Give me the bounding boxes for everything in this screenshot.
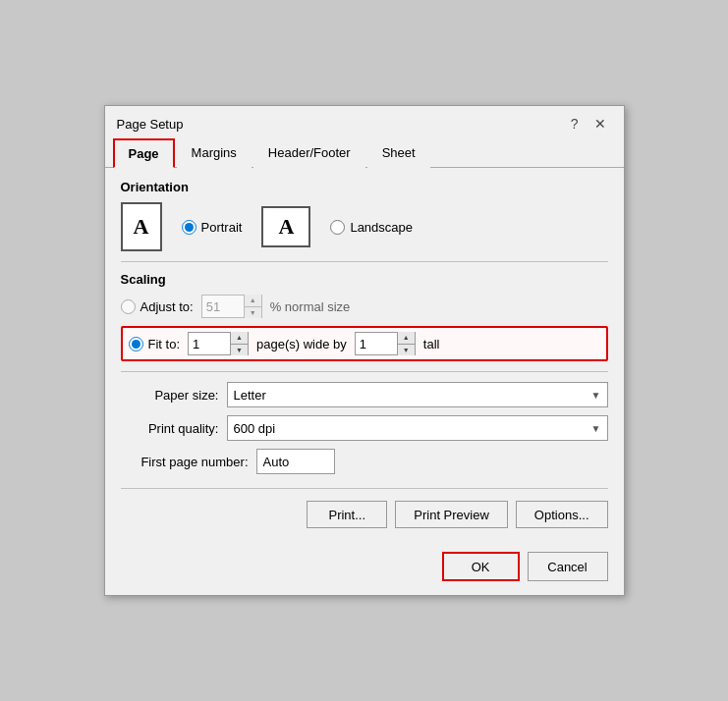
print-quality-arrow: ▼: [591, 423, 601, 434]
portrait-label: Portrait: [201, 220, 243, 235]
first-page-label: First page number:: [121, 455, 249, 469]
adjust-unit: % normal size: [270, 299, 351, 314]
portrait-icon: A: [121, 202, 162, 251]
paper-size-value: Letter: [234, 388, 266, 403]
adjust-spin-down[interactable]: ▼: [245, 306, 261, 319]
fit-tall-spinner[interactable]: ▲ ▼: [355, 332, 416, 355]
portrait-radio[interactable]: [182, 220, 196, 235]
orientation-group: A Portrait A Landscape: [121, 202, 608, 251]
scaling-label: Scaling: [121, 272, 608, 287]
adjust-row: Adjust to: ▲ ▼ % normal size: [121, 295, 608, 318]
paper-size-row: Paper size: Letter ▼: [121, 382, 608, 407]
landscape-icon: A: [261, 206, 310, 247]
fit-tall-unit: tall: [423, 337, 440, 351]
scaling-group: Adjust to: ▲ ▼ % normal size Fit to:: [121, 295, 608, 361]
first-page-row: First page number:: [121, 449, 608, 474]
fit-radio[interactable]: [129, 337, 143, 351]
adjust-spin-btns: ▲ ▼: [244, 295, 261, 318]
divider-2: [121, 371, 608, 372]
tab-page[interactable]: Page: [113, 138, 175, 168]
print-quality-value: 600 dpi: [234, 421, 276, 436]
tab-bar: Page Margins Header/Footer Sheet: [105, 137, 624, 168]
title-bar-controls: ? ✕: [565, 114, 612, 134]
portrait-option[interactable]: Portrait: [182, 220, 243, 235]
fit-option[interactable]: Fit to:: [129, 337, 181, 351]
fit-wide-spin-down[interactable]: ▼: [231, 344, 248, 356]
first-page-input[interactable]: [256, 449, 335, 474]
print-button[interactable]: Print...: [307, 501, 387, 528]
paper-size-label: Paper size:: [121, 388, 219, 403]
print-quality-label: Print quality:: [121, 421, 219, 436]
fit-wide-spinner[interactable]: ▲ ▼: [188, 332, 249, 355]
fit-wide-input[interactable]: [189, 333, 230, 354]
adjust-spinner[interactable]: ▲ ▼: [201, 295, 262, 318]
page-setup-dialog: Page Setup ? ✕ Page Margins Header/Foote…: [104, 105, 625, 596]
fit-label: Fit to:: [148, 337, 181, 351]
close-button[interactable]: ✕: [588, 114, 612, 134]
tab-header-footer[interactable]: Header/Footer: [253, 138, 365, 168]
fit-tall-spin-down[interactable]: ▼: [398, 344, 415, 356]
tab-sheet[interactable]: Sheet: [367, 138, 430, 168]
print-quality-row: Print quality: 600 dpi ▼: [121, 415, 608, 441]
fit-tall-spin-btns: ▲ ▼: [397, 332, 415, 355]
print-preview-button[interactable]: Print Preview: [395, 501, 508, 528]
adjust-label: Adjust to:: [140, 299, 194, 314]
orientation-label: Orientation: [121, 180, 608, 194]
divider-1: [121, 261, 608, 262]
tab-content: Orientation A Portrait A Landscape Scali…: [105, 168, 624, 544]
fit-wide-spin-btns: ▲ ▼: [230, 332, 248, 355]
adjust-spin-up[interactable]: ▲: [245, 295, 261, 306]
ok-button[interactable]: OK: [442, 552, 520, 581]
dialog-title: Page Setup: [117, 117, 184, 132]
landscape-label: Landscape: [350, 220, 413, 235]
adjust-value-input[interactable]: [202, 296, 244, 317]
adjust-option[interactable]: Adjust to:: [121, 299, 194, 314]
landscape-option[interactable]: Landscape: [330, 220, 413, 235]
fit-tall-input[interactable]: [356, 333, 397, 354]
title-bar: Page Setup ? ✕: [105, 106, 624, 137]
tab-margins[interactable]: Margins: [177, 138, 252, 168]
ok-cancel-row: OK Cancel: [105, 544, 624, 595]
options-button[interactable]: Options...: [516, 501, 608, 528]
adjust-radio[interactable]: [121, 299, 136, 314]
help-button[interactable]: ?: [565, 114, 585, 134]
print-quality-dropdown[interactable]: 600 dpi ▼: [227, 415, 608, 441]
paper-size-arrow: ▼: [591, 390, 601, 401]
paper-size-dropdown[interactable]: Letter ▼: [227, 382, 608, 407]
landscape-radio[interactable]: [330, 220, 345, 235]
fit-wide-unit: page(s) wide by: [256, 337, 347, 351]
action-button-row: Print... Print Preview Options...: [121, 488, 608, 532]
cancel-button[interactable]: Cancel: [528, 552, 608, 581]
fit-row: Fit to: ▲ ▼ page(s) wide by ▲ ▼: [121, 326, 608, 361]
fit-tall-spin-up[interactable]: ▲: [398, 332, 415, 344]
fit-wide-spin-up[interactable]: ▲: [231, 332, 248, 344]
